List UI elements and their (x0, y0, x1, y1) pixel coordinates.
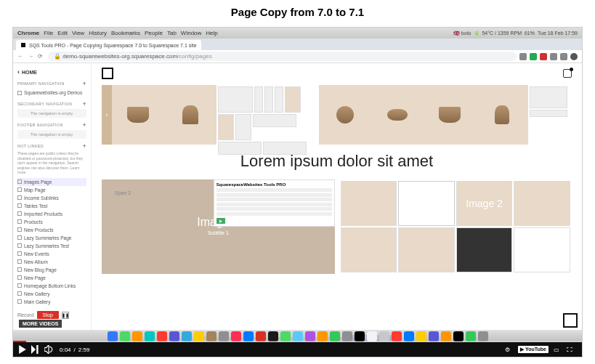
panel-thumb[interactable] (254, 86, 263, 113)
dock-app-icon[interactable] (330, 331, 340, 341)
dock-app-icon[interactable] (416, 331, 426, 341)
sidebar-item-products[interactable]: Products (17, 218, 86, 226)
dock-app-icon[interactable] (132, 331, 142, 341)
dock-app-icon[interactable] (219, 331, 229, 341)
sidebar-item-imported-products[interactable]: Imported Products (17, 210, 86, 218)
panel-image-1[interactable]: Span 2 Image 1 Subtitle 1 SquarespaceWeb… (102, 179, 335, 274)
panel-thumb[interactable] (530, 86, 567, 108)
youtube-logo[interactable]: ▶ YouTube (518, 346, 549, 353)
sidebar-item-lazy-summaries-page[interactable]: Lazy Summaries Page (17, 234, 86, 242)
dock-app-icon[interactable] (392, 331, 402, 341)
mac-menu-people[interactable]: People (145, 30, 163, 36)
sidebar-item-tables-test[interactable]: Tables Test (17, 202, 86, 210)
sidebar-back-home[interactable]: HOME (17, 68, 86, 76)
sidebar-item-new-gallery[interactable]: New Gallery (17, 290, 86, 298)
forward-icon[interactable]: → (28, 53, 35, 60)
sidebar-item-homepage-bottom-links[interactable]: Homepage Bottom Links (17, 282, 86, 290)
panel-thumb[interactable] (264, 86, 273, 113)
next-button[interactable] (31, 344, 41, 355)
mac-menu-history[interactable]: History (89, 30, 107, 36)
gallery-prev-icon[interactable]: ‹ (102, 85, 112, 145)
mac-menu-window[interactable]: Window (181, 30, 201, 36)
dock-app-icon[interactable] (367, 331, 377, 341)
mac-menu-file[interactable]: File (44, 30, 53, 36)
panel-thumb[interactable] (275, 86, 283, 113)
sidebar-item-new-products[interactable]: New Products (17, 226, 86, 234)
panel-thumb[interactable] (285, 86, 301, 113)
dock-app-icon[interactable] (293, 331, 303, 341)
dock-app-icon[interactable] (441, 331, 451, 341)
address-bar[interactable]: 🔒 demo-squarewebsites-org.squarespace.co… (48, 52, 517, 61)
tools-overlay[interactable]: SquarespaceWebsites Tools PRO ▶ (214, 179, 335, 227)
volume-icon[interactable] (44, 344, 54, 355)
dock-app-icon[interactable] (280, 331, 291, 341)
dock-app-icon[interactable] (169, 331, 179, 341)
add-secondary-icon[interactable]: + (82, 100, 86, 108)
extension-icon-4[interactable] (550, 53, 557, 60)
sidebar-item-new-blog-page[interactable]: New Blog Page (17, 266, 86, 274)
dock-app-icon[interactable] (466, 331, 476, 341)
site-logo[interactable] (102, 68, 113, 79)
panel-thumb[interactable] (218, 86, 253, 113)
sidebar-item-income-sublinks[interactable]: Income Sublinks (17, 194, 86, 202)
dock-app-icon[interactable] (305, 331, 315, 341)
more-videos-badge[interactable]: MORE VIDEOS (19, 320, 62, 328)
fullscreen-icon[interactable]: ⛶ (564, 344, 575, 355)
panel-thumb[interactable] (235, 114, 251, 140)
panel-thumb[interactable] (253, 114, 296, 127)
extension-icon-3[interactable] (540, 53, 547, 60)
dock-app-icon[interactable] (108, 331, 118, 341)
add-unlinked-icon[interactable]: + (82, 142, 86, 150)
dock-app-icon[interactable] (342, 331, 352, 341)
dock-app-icon[interactable] (404, 331, 414, 341)
mac-menu-view[interactable]: View (72, 30, 84, 36)
reload-icon[interactable]: ⟳ (38, 53, 45, 60)
back-icon[interactable]: ← (17, 53, 25, 60)
panel-image-2[interactable]: Image 2 (339, 179, 572, 274)
sidebar-item-new-album[interactable]: New Album (17, 258, 86, 266)
dock-app-icon[interactable] (243, 331, 254, 341)
extension-icon[interactable] (519, 53, 527, 60)
profile-avatar[interactable] (570, 53, 578, 60)
mac-menu-bookmarks[interactable]: Bookmarks (111, 30, 140, 36)
play-button[interactable] (17, 344, 28, 355)
dock-app-icon[interactable] (231, 331, 241, 341)
dock-app-icon[interactable] (145, 331, 155, 341)
sidebar-item-demos[interactable]: Squarewebsites-org Demos (17, 89, 86, 97)
dock-app-icon[interactable] (157, 331, 167, 341)
stop-button[interactable]: Stop (37, 311, 59, 319)
settings-icon[interactable]: ⚙ (502, 344, 512, 355)
panel-thumb[interactable] (218, 114, 234, 140)
pause-button[interactable]: ❚❚ (62, 312, 69, 319)
sidebar-item-lazy-summaries-test[interactable]: Lazy Summaries Test (17, 242, 86, 250)
dock-app-icon[interactable] (182, 331, 192, 341)
browser-tab[interactable]: SQS Tools PRO - Page Copying Squarespace… (16, 40, 201, 50)
product-thumb-2[interactable] (164, 85, 216, 145)
add-primary-icon[interactable]: + (82, 80, 86, 87)
dock-app-icon[interactable] (317, 331, 328, 341)
dock-app-icon[interactable] (256, 331, 266, 341)
dock-app-icon[interactable] (379, 331, 389, 341)
dock-app-icon[interactable] (355, 331, 365, 341)
sidebar-item-images-page[interactable]: Images Page (17, 178, 86, 186)
sidebar-item-new-page[interactable]: New Page (17, 274, 86, 282)
mac-menu-tab[interactable]: Tab (167, 30, 177, 36)
dock-app-icon[interactable] (120, 331, 130, 341)
add-footer-icon[interactable]: + (82, 121, 86, 129)
panel-thumb[interactable] (530, 110, 567, 117)
cart-icon[interactable] (563, 69, 572, 78)
product-thumb-3[interactable] (319, 85, 371, 145)
product-thumb-4[interactable] (371, 85, 424, 145)
sidebar-item-main-gallery[interactable]: Main Gallery (17, 298, 86, 306)
product-thumb-6[interactable] (476, 85, 528, 145)
extension-icon-2[interactable] (530, 53, 537, 60)
product-thumb-1[interactable] (112, 85, 164, 145)
dock-app-icon[interactable] (453, 331, 464, 341)
product-thumb-5[interactable] (424, 85, 476, 145)
sidebar-item-map-page[interactable]: Map Page (17, 186, 86, 194)
theater-icon[interactable]: ▭ (551, 344, 562, 355)
extension-icon-5[interactable] (560, 53, 567, 60)
dock-app-icon[interactable] (194, 331, 204, 341)
sidebar-item-new-events[interactable]: New Events (17, 250, 86, 258)
mac-menu-help[interactable]: Help (206, 30, 217, 36)
